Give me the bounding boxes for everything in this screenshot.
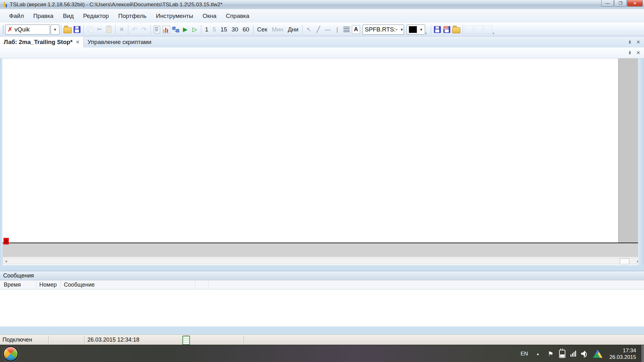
run-button[interactable]: ▶	[180, 25, 190, 34]
column-number[interactable]: Номер	[36, 280, 61, 289]
column-extra	[195, 280, 208, 289]
menu-tools[interactable]: Инструменты	[151, 11, 198, 21]
power-plug-icon[interactable]	[559, 350, 565, 358]
minimize-button[interactable]: —	[601, 0, 614, 7]
symbol-combo[interactable]: SPFB.RTS:- ▼	[363, 25, 404, 35]
toolbar-overflow-chevron[interactable]: ▾	[425, 31, 427, 36]
vline-icon: |	[336, 26, 338, 33]
timeframe-30[interactable]: 30	[229, 26, 240, 33]
document-tab-bar: Лаб: 2ma_Trailing Stop* ✕ Управление скр…	[0, 36, 644, 48]
copy-icon	[87, 26, 93, 33]
save-workspace-button[interactable]	[433, 25, 442, 34]
language-indicator[interactable]: EN	[520, 351, 528, 357]
provider-combo[interactable]: ✗ vQuik	[5, 25, 50, 35]
copy-button[interactable]	[85, 25, 95, 34]
redo-icon: ↷	[142, 26, 147, 33]
run-step-button[interactable]: ▷	[190, 25, 199, 34]
open-folder-icon	[452, 27, 460, 33]
menu-portfolio[interactable]: Портфель	[114, 11, 151, 21]
chart-horizontal-scrollbar[interactable]: ◂ ▸	[3, 258, 641, 264]
trendline-tool-button[interactable]: ╱	[314, 25, 323, 34]
google-drive-icon[interactable]	[593, 350, 602, 358]
close-icon[interactable]: ✕	[636, 50, 640, 56]
unit-seconds[interactable]: Сек	[255, 26, 270, 33]
provider-dropdown-button[interactable]: ▼	[51, 25, 59, 35]
vline-tool-button[interactable]: |	[332, 25, 342, 34]
paste-button[interactable]	[104, 25, 114, 34]
open-workspace-button[interactable]	[452, 25, 461, 34]
tray-date: 26.03.2015	[609, 354, 636, 360]
status-bar: Подключен 26.03.2015 12:34:18	[0, 334, 644, 345]
ungroup-button[interactable]	[474, 25, 483, 34]
chart-button[interactable]	[162, 25, 171, 34]
tab-lab-2ma-trailing-stop[interactable]: Лаб: 2ma_Trailing Stop* ✕	[0, 36, 84, 47]
script-properties-button[interactable]	[152, 25, 162, 34]
timeframe-5[interactable]: 5	[211, 26, 219, 33]
maximize-button[interactable]: ❐	[614, 0, 627, 7]
text-tool-button[interactable]: A	[351, 25, 361, 34]
menu-view[interactable]: Вид	[58, 11, 78, 21]
system-tray: EN ▲ ⚑ 17:34 26.03.2015	[520, 345, 644, 362]
scrollbar-thumb[interactable]	[620, 258, 629, 264]
close-icon[interactable]: ✕	[76, 39, 80, 45]
open-button[interactable]	[63, 25, 72, 34]
tray-expand-icon[interactable]: ▲	[536, 352, 540, 356]
color-picker-combo[interactable]: ▼	[407, 25, 425, 35]
save-button[interactable]	[72, 25, 82, 34]
timeframe-15[interactable]: 15	[218, 26, 229, 33]
cut-button[interactable]: ✂	[95, 25, 104, 34]
pointer-tool-button[interactable]: ↖	[304, 25, 314, 34]
close-button[interactable]: ✕	[627, 0, 643, 7]
price-axis[interactable]	[618, 58, 638, 243]
time-axis[interactable]	[0, 243, 644, 257]
chart-panel[interactable]: ◂ ▸ 0	[0, 58, 644, 265]
column-message[interactable]: Сообщение	[61, 280, 195, 289]
layers-icon	[484, 25, 492, 34]
menu-editor[interactable]: Редактор	[78, 11, 114, 21]
levels-tool-button[interactable]	[342, 25, 351, 34]
column-time[interactable]: Время	[0, 280, 36, 289]
menu-file[interactable]: Файл	[4, 11, 29, 21]
layers-button[interactable]	[483, 25, 493, 34]
unit-days[interactable]: Дни	[286, 26, 301, 33]
windows-taskbar: EN ▲ ⚑ 17:34 26.03.2015	[0, 345, 644, 362]
undo-icon: ↶	[132, 26, 137, 33]
unit-minutes[interactable]: Мин	[269, 26, 286, 33]
toolbar-overflow-chevron[interactable]: ▾	[493, 31, 495, 36]
save-as-icon: AS	[443, 26, 450, 33]
save-as-button[interactable]: AS	[442, 25, 452, 34]
script-scheme-button[interactable]	[171, 25, 180, 34]
start-button[interactable]	[3, 346, 18, 361]
candlestick-chart-canvas[interactable]	[0, 58, 618, 243]
log-list-icon[interactable]	[182, 336, 190, 345]
undo-button[interactable]: ↶	[130, 25, 139, 34]
trendline-icon: ╱	[316, 26, 320, 33]
scroll-left-arrow-icon[interactable]: ◂	[3, 258, 9, 264]
hline-icon: —	[325, 26, 331, 33]
menu-help[interactable]: Справка	[221, 11, 254, 21]
toolbar-grip[interactable]	[3, 25, 4, 34]
chart-icon	[163, 26, 170, 33]
group-icon	[465, 25, 473, 34]
volume-icon[interactable]	[581, 351, 588, 357]
tab-script-management[interactable]: Управление скриптами	[84, 36, 155, 47]
menu-edit[interactable]: Правка	[29, 11, 58, 21]
group-button[interactable]	[464, 25, 474, 34]
tab-list-chevron-icon[interactable]: ⇟	[628, 39, 632, 45]
menu-windows[interactable]: Окна	[198, 11, 221, 21]
redo-button[interactable]: ↷	[139, 25, 149, 34]
action-center-flag-icon[interactable]: ⚑	[548, 350, 553, 358]
chart-right-margin	[638, 58, 644, 265]
delete-button[interactable]: ✕	[117, 25, 126, 34]
show-desktop-button[interactable]	[641, 345, 644, 362]
play-icon: ▶	[183, 26, 188, 33]
hline-tool-button[interactable]: —	[323, 25, 332, 34]
tab-list-chevron-icon[interactable]: ⇟	[628, 50, 632, 56]
timeframe-1[interactable]: 1	[203, 26, 211, 33]
text-tool-icon: A	[352, 25, 360, 34]
timeframe-60[interactable]: 60	[240, 26, 251, 33]
clock[interactable]: 17:34 26.03.2015	[609, 347, 636, 360]
connection-status: Подключен	[3, 337, 32, 343]
close-icon[interactable]: ✕	[636, 39, 640, 45]
network-signal-icon[interactable]	[570, 351, 576, 357]
